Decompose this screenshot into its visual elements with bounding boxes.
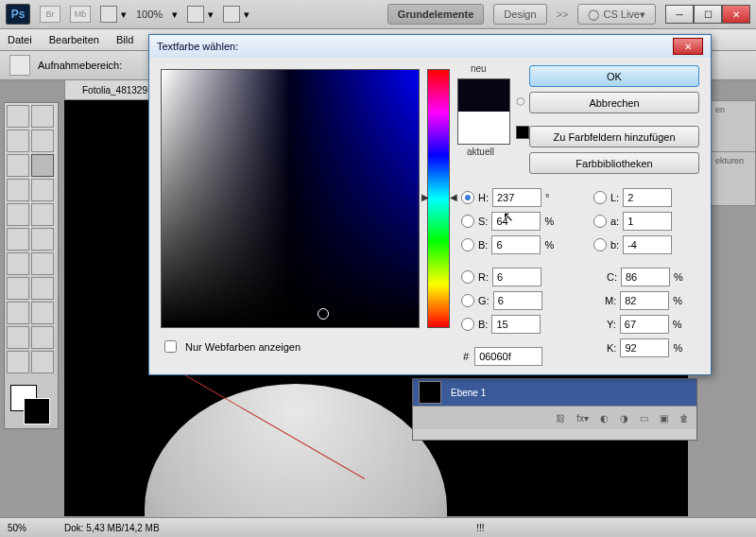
add-swatch-button[interactable]: Zu Farbfeldern hinzufügen — [529, 126, 699, 147]
radio-bb[interactable] — [593, 238, 607, 251]
extras-icon[interactable] — [223, 6, 240, 23]
window-close-button[interactable]: ✕ — [722, 5, 750, 24]
dialog-close-button[interactable]: ✕ — [673, 38, 703, 55]
input-hex[interactable]: 06060f — [474, 347, 542, 366]
input-l[interactable]: 2 — [623, 188, 672, 207]
menu-bild[interactable]: Bild — [116, 34, 133, 45]
image-content — [145, 384, 447, 537]
move-tool[interactable] — [7, 105, 29, 128]
hand-tool[interactable] — [31, 326, 54, 349]
eyedropper-tool[interactable] — [31, 154, 54, 177]
workspace-more[interactable]: >> — [557, 9, 569, 20]
crop-tool[interactable] — [7, 154, 29, 177]
trash-icon[interactable]: 🗑 — [679, 413, 689, 424]
eraser-tool[interactable] — [7, 228, 29, 251]
zoom-tool[interactable] — [7, 351, 29, 373]
hue-arrow-left-icon: ▶ — [421, 192, 429, 202]
layer-thumbnail — [419, 381, 441, 404]
path-select-tool[interactable] — [31, 105, 54, 128]
radio-g[interactable] — [461, 294, 474, 307]
menu-bearbeiten[interactable]: Bearbeiten — [49, 34, 99, 45]
hue-arrow-right-icon: ◀ — [450, 192, 457, 202]
window-minimize-button[interactable]: ─ — [665, 5, 694, 24]
input-a[interactable]: 1 — [623, 212, 672, 231]
toolbox — [4, 102, 59, 429]
input-h[interactable]: 237 — [492, 188, 541, 207]
stamp-tool[interactable] — [7, 203, 29, 226]
scroll-indicator[interactable]: !!! — [476, 523, 484, 533]
input-y[interactable]: 67 — [620, 315, 669, 334]
select-tool[interactable] — [7, 302, 29, 324]
link-icon[interactable]: ⛓ — [556, 413, 565, 424]
color-preview — [457, 78, 510, 145]
dialog-title-bar[interactable]: Textfarbe wählen: ✕ — [149, 35, 711, 58]
history-brush-tool[interactable] — [31, 203, 54, 226]
color-swatches[interactable] — [7, 381, 52, 426]
input-b2[interactable]: 15 — [491, 315, 541, 334]
input-m[interactable]: 82 — [620, 291, 669, 310]
menu-datei[interactable]: Datei — [8, 34, 32, 45]
heal-tool[interactable] — [7, 179, 29, 201]
blur-tool[interactable] — [7, 252, 29, 275]
radio-b2[interactable] — [461, 318, 474, 331]
hue-slider[interactable] — [427, 69, 450, 328]
folder-icon[interactable]: ▭ — [640, 413, 648, 424]
magic-wand-tool[interactable] — [31, 130, 54, 152]
bridge-icon[interactable]: Br — [40, 6, 60, 23]
status-doc: Dok: 5,43 MB/14,2 MB — [64, 523, 160, 533]
saturation-value-field[interactable] — [161, 69, 420, 328]
radio-h[interactable] — [461, 191, 474, 204]
current-tool-icon[interactable] — [9, 55, 30, 76]
color-libraries-button[interactable]: Farbbibliotheken — [529, 152, 699, 174]
app-logo: Ps — [6, 4, 30, 25]
layers-panel: Ebene 1 ⛓ fx▾ ◐ ◑ ▭ ▣ 🗑 — [412, 378, 697, 441]
current-label: aktuell — [467, 147, 494, 157]
input-r[interactable]: 6 — [492, 268, 541, 286]
fx-icon[interactable]: fx▾ — [576, 413, 589, 424]
warn-swatch[interactable] — [516, 126, 529, 139]
radio-b[interactable] — [461, 238, 474, 251]
workspace-design[interactable]: Design — [493, 4, 546, 25]
cancel-button[interactable]: Abbrechen — [529, 92, 699, 113]
shape-tool[interactable] — [31, 302, 54, 324]
radio-l[interactable] — [593, 191, 607, 204]
screen-mode-icon[interactable] — [100, 6, 117, 23]
mask-icon[interactable]: ◐ — [600, 413, 609, 424]
minibridge-icon[interactable]: Mb — [70, 6, 91, 23]
input-c[interactable]: 86 — [621, 268, 670, 286]
gradient-tool[interactable] — [31, 228, 54, 251]
arrange-icon[interactable] — [187, 6, 204, 23]
dodge-tool[interactable] — [31, 252, 54, 275]
type-tool[interactable] — [31, 277, 54, 300]
radio-a[interactable] — [593, 215, 607, 228]
3d-tool[interactable] — [7, 326, 29, 349]
color-picker-dialog: Textfarbe wählen: ✕ ▶ ◀ neu aktuell ⬡ OK… — [148, 34, 712, 375]
adjustment-icon[interactable]: ◑ — [620, 413, 628, 424]
new-layer-icon[interactable]: ▣ — [660, 413, 668, 424]
input-g[interactable]: 6 — [493, 291, 542, 310]
ok-button[interactable]: OK — [529, 65, 699, 87]
window-maximize-button[interactable]: ☐ — [694, 5, 722, 24]
hex-label: # — [463, 351, 469, 362]
app-top-bar: Ps Br Mb ▾ 100%▾ ▾ ▾ Grundelemente Desig… — [0, 0, 756, 29]
radio-r[interactable] — [461, 270, 474, 284]
zoom-level[interactable]: 100% — [136, 9, 163, 20]
lasso-tool[interactable] — [7, 130, 29, 152]
layer-row[interactable]: Ebene 1 — [413, 379, 696, 406]
workspace-grundelemente[interactable]: Grundelemente — [387, 4, 485, 25]
web-colors-checkbox[interactable] — [164, 340, 177, 353]
panel-tab-2[interactable]: ekturen — [711, 151, 756, 206]
input-b[interactable]: 6 — [491, 235, 541, 254]
layer-name: Ebene 1 — [451, 388, 486, 398]
cs-live-button[interactable]: ◯ CS Live ▾ — [577, 4, 656, 25]
brush-tool[interactable] — [31, 179, 54, 201]
pen-tool[interactable] — [7, 277, 29, 300]
radio-s[interactable] — [461, 215, 474, 228]
input-s[interactable]: 64 — [491, 212, 541, 231]
rect-tool[interactable] — [31, 351, 54, 373]
cube-icon[interactable]: ⬡ — [516, 95, 529, 109]
status-zoom[interactable]: 50% — [8, 523, 26, 533]
panel-tab-1[interactable]: en — [711, 100, 756, 155]
input-bb[interactable]: -4 — [623, 235, 672, 254]
input-k[interactable]: 92 — [620, 338, 669, 357]
